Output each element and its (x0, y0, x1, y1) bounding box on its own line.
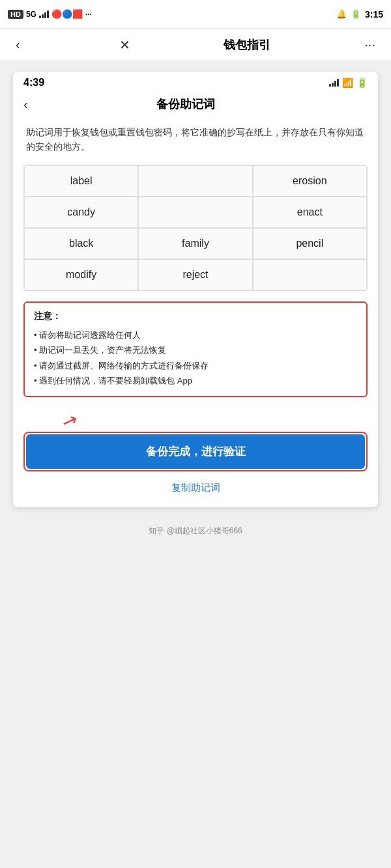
inner-nav-bar: ‹ 备份助记词 (13, 91, 378, 120)
red-arrow-icon: ↗ (59, 408, 81, 434)
wifi-icon: 📶 (342, 77, 353, 88)
hd-badge: HD (8, 10, 23, 19)
outer-nav-bar: ‹ ✕ 钱包指引 ··· (0, 29, 391, 61)
signal-icon (39, 10, 49, 18)
outer-nav-title: 钱包指引 (224, 37, 270, 53)
mnemonic-cell-2 (138, 165, 252, 197)
mnemonic-cell-1: label (24, 165, 138, 197)
mnemonic-cell-9: pencil (253, 228, 367, 259)
signal-text: 5G (26, 10, 36, 19)
mnemonic-cell-12 (253, 259, 367, 290)
inner-status-icons: 📶 🔋 (329, 77, 368, 88)
outer-status-right: 🔔 🔋 3:15 (336, 9, 383, 20)
battery-icon: 🔋 (351, 9, 361, 19)
app-icons: 🔴🔵🟥 (51, 9, 83, 19)
more-dots: ··· (85, 10, 92, 19)
copy-link[interactable]: 复制助记词 (13, 477, 378, 507)
outer-time: 3:15 (365, 9, 383, 20)
verify-btn-container: ↗ 备份完成，进行验证 (23, 408, 368, 471)
mnemonic-grid: label erosion candy enact black family p… (24, 165, 367, 290)
mnemonic-cell-8: family (138, 228, 252, 259)
warning-box: 注意： • 请勿将助记词透露给任何人 • 助记词一旦丢失，资产将无法恢复 • 请… (23, 301, 368, 398)
description-text: 助记词用于恢复钱包或重置钱包密码，将它准确的抄写在纸上，并存放在只有你知道的安全… (13, 120, 378, 165)
outer-status-bar: HD 5G 🔴🔵🟥 ··· 🔔 🔋 3:15 (0, 0, 391, 29)
mnemonic-cell-7: black (24, 228, 138, 259)
verify-button-wrapper: 备份完成，进行验证 (23, 432, 368, 471)
mnemonic-grid-container: label erosion candy enact black family p… (23, 165, 368, 291)
inner-time: 4:39 (23, 77, 44, 89)
mnemonic-cell-10: modify (24, 259, 138, 290)
warning-title: 注意： (34, 311, 357, 322)
warning-item-4: • 遇到任何情况，请不要轻易卸载钱包 App (34, 373, 357, 388)
mnemonic-cell-5 (138, 197, 252, 228)
bottom-watermark: 知乎 @崛起社区小猪哥666 (0, 518, 391, 542)
mnemonic-cell-3: erosion (253, 165, 367, 197)
outer-more-button[interactable]: ··· (359, 35, 381, 55)
inner-nav-title: 备份助记词 (33, 96, 339, 112)
inner-signal-icon (329, 79, 339, 87)
inner-battery-icon: 🔋 (356, 77, 368, 88)
inner-status-bar: 4:39 📶 🔋 (13, 72, 378, 91)
outer-status-left: HD 5G 🔴🔵🟥 ··· (8, 9, 92, 19)
warning-item-1: • 请勿将助记词透露给任何人 (34, 328, 357, 343)
outer-close-button[interactable]: ✕ (114, 35, 136, 55)
bell-icon: 🔔 (336, 9, 347, 19)
phone-screen: 4:39 📶 🔋 ‹ 备份助记词 助记词用于恢复钱包或重置钱包密码，将它准确的抄… (13, 72, 378, 507)
warning-item-2: • 助记词一旦丢失，资产将无法恢复 (34, 343, 357, 357)
mnemonic-cell-4: candy (24, 197, 138, 228)
warning-item-3: • 请勿通过截屏、网络传输的方式进行备份保存 (34, 358, 357, 373)
inner-back-button[interactable]: ‹ (23, 97, 28, 112)
verify-button[interactable]: 备份完成，进行验证 (26, 434, 365, 469)
mnemonic-cell-11: reject (138, 259, 252, 290)
outer-back-button[interactable]: ‹ (10, 35, 25, 55)
mnemonic-cell-6: enact (253, 197, 367, 228)
arrow-annotation: ↗ (23, 408, 368, 432)
